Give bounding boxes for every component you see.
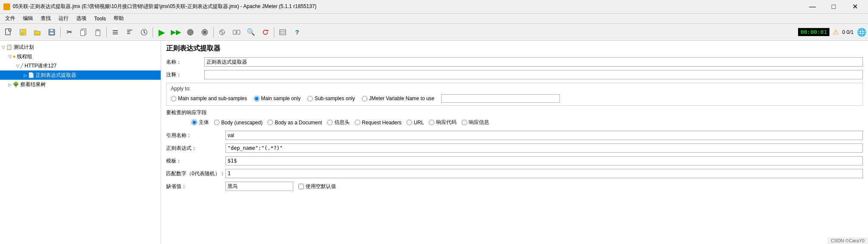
- check-resp-msg-radio[interactable]: [462, 120, 467, 125]
- toolbar-remote-all-btn[interactable]: [230, 25, 243, 39]
- tree-item-test-plan[interactable]: ▽ 📋 测试计划: [0, 42, 161, 52]
- check-fields-radio-group: 主体 Body (unescaped) Body as a Document 信…: [166, 119, 863, 126]
- toolbar-templates-btn[interactable]: [16, 25, 30, 39]
- check-body-doc-radio[interactable]: [267, 120, 273, 125]
- menu-edit[interactable]: 编辑: [19, 14, 36, 23]
- tree-item-http-request[interactable]: ▽ ╱ HTTP请求127: [0, 61, 161, 70]
- check-url-radio[interactable]: [406, 120, 412, 125]
- expand-icon-http: ▽: [16, 64, 19, 68]
- toolbar-open-btn[interactable]: [31, 25, 44, 39]
- status-text: CSDN ©CaraY0: [831, 238, 865, 243]
- apply-jmeter-var[interactable]: JMeter Variable Name to use: [362, 95, 435, 101]
- toolbar-remote-btn[interactable]: [215, 25, 229, 39]
- toolbar-toggle-btn[interactable]: [137, 25, 151, 39]
- toolbar-expand-btn[interactable]: [108, 25, 122, 39]
- check-body-doc-label: Body as a Document: [275, 120, 322, 126]
- tree-item-thread-group[interactable]: ▽ ● 线程组: [0, 52, 161, 61]
- svg-rect-12: [97, 29, 99, 31]
- use-default-checkbox-label[interactable]: 使用空默认值: [298, 183, 336, 190]
- check-info-header[interactable]: 信息头: [327, 119, 350, 126]
- svg-rect-4: [21, 33, 25, 34]
- apply-jmeter-var-radio[interactable]: [362, 96, 367, 101]
- check-body-unescaped-radio[interactable]: [214, 120, 220, 125]
- close-button[interactable]: ✕: [845, 0, 865, 14]
- menu-tools[interactable]: Tools: [91, 15, 109, 22]
- check-body-doc[interactable]: Body as a Document: [267, 120, 322, 126]
- check-body[interactable]: 主体: [192, 119, 209, 126]
- apply-main-only[interactable]: Main sample only: [254, 95, 300, 101]
- check-body-radio[interactable]: [192, 120, 197, 125]
- check-fields-title: 要检查的响应字段: [166, 109, 863, 116]
- svg-rect-8: [50, 32, 54, 34]
- template-row: 模板：: [166, 156, 863, 166]
- ref-name-input[interactable]: [225, 131, 863, 140]
- jmeter-var-input[interactable]: [441, 94, 560, 103]
- check-req-headers-radio[interactable]: [355, 120, 360, 125]
- apply-sub-only[interactable]: Sub-samples only: [307, 95, 355, 101]
- tree-item-view-results[interactable]: ▷ 🌳 察看结果树: [0, 80, 161, 89]
- toolbar-search-btn[interactable]: 🔍: [244, 25, 258, 39]
- ref-name-label: 引用名称：: [166, 132, 225, 139]
- error-count: 0 0/1: [842, 29, 854, 35]
- toolbar-save-btn[interactable]: [45, 25, 58, 39]
- apply-to-title: Apply to:: [171, 86, 858, 92]
- toolbar-run-nopause-btn[interactable]: ▶▶: [169, 25, 183, 39]
- expand-icon-view-results: ▷: [8, 82, 12, 87]
- check-url[interactable]: URL: [406, 120, 424, 126]
- regex-input[interactable]: [225, 143, 863, 153]
- check-resp-msg[interactable]: 响应信息: [462, 119, 489, 126]
- default-value-label: 缺省值：: [166, 183, 225, 190]
- regex-value-container: [225, 143, 863, 153]
- apply-main-sub[interactable]: Main sample and sub-samples: [171, 95, 247, 101]
- separator-1: [60, 27, 61, 37]
- toolbar-shutdown-btn[interactable]: [198, 25, 211, 39]
- check-resp-code[interactable]: 响应代码: [429, 119, 456, 126]
- menu-find[interactable]: 查找: [37, 14, 54, 23]
- menu-help[interactable]: 帮助: [110, 14, 127, 23]
- apply-main-sub-radio[interactable]: [171, 96, 176, 101]
- toolbar-run-btn[interactable]: ▶: [155, 25, 168, 39]
- toolbar: ✂ ▶ ▶▶ 🔍 ?: [0, 24, 868, 41]
- match-num-input[interactable]: [225, 169, 863, 178]
- expand-icon-test-plan: ▽: [2, 45, 5, 50]
- toolbar-collapse-btn[interactable]: [123, 25, 136, 39]
- minimize-button[interactable]: —: [803, 0, 822, 14]
- maximize-button[interactable]: □: [824, 0, 843, 14]
- apply-jmeter-var-label: JMeter Variable Name to use: [369, 95, 435, 101]
- menu-file[interactable]: 文件: [2, 14, 19, 23]
- tree-item-regex-extractor[interactable]: ▷ 📄 正则表达式提取器: [0, 70, 161, 80]
- window-controls: — □ ✕: [803, 0, 865, 14]
- toolbar-list-btn[interactable]: [276, 25, 289, 39]
- name-input[interactable]: [204, 57, 863, 67]
- menu-options[interactable]: 选项: [73, 14, 90, 23]
- app-icon: [3, 3, 10, 10]
- main-layout: ▽ 📋 测试计划 ▽ ● 线程组 ▽ ╱ HTTP请求127 ▷ 📄 正则表达式…: [0, 41, 868, 244]
- tree-icon-test-plan: 📋: [6, 44, 12, 50]
- use-default-checkbox[interactable]: [298, 184, 304, 189]
- check-info-header-radio[interactable]: [327, 120, 333, 125]
- toolbar-help-btn[interactable]: ?: [290, 25, 304, 39]
- check-body-unescaped[interactable]: Body (unescaped): [214, 120, 262, 126]
- check-resp-code-radio[interactable]: [429, 120, 434, 125]
- template-input[interactable]: [225, 156, 863, 165]
- check-url-label: URL: [414, 120, 424, 126]
- apply-main-only-label: Main sample only: [261, 95, 300, 101]
- toolbar-paste-btn[interactable]: [91, 25, 105, 39]
- default-value-input[interactable]: [225, 182, 293, 191]
- check-req-headers[interactable]: Request Headers: [355, 120, 401, 126]
- svg-rect-5: [21, 34, 24, 35]
- apply-main-only-radio[interactable]: [254, 96, 259, 101]
- toolbar-new-btn[interactable]: [2, 25, 15, 39]
- comment-input[interactable]: [204, 70, 863, 79]
- toolbar-stop-btn[interactable]: [184, 25, 197, 39]
- toolbar-reset-btn[interactable]: [259, 25, 272, 39]
- menu-run[interactable]: 运行: [55, 14, 72, 23]
- content-panel: 正则表达式提取器 名称： 注释： Apply to: Main sample a…: [161, 41, 868, 244]
- svg-rect-10: [81, 30, 85, 36]
- tree-label-thread-group: 线程组: [17, 53, 32, 60]
- apply-sub-only-radio[interactable]: [307, 96, 313, 101]
- tree-panel: ▽ 📋 测试计划 ▽ ● 线程组 ▽ ╱ HTTP请求127 ▷ 📄 正则表达式…: [0, 41, 161, 244]
- toolbar-copy-btn[interactable]: [77, 25, 90, 39]
- svg-marker-27: [267, 30, 269, 31]
- toolbar-cut-btn[interactable]: ✂: [62, 25, 76, 39]
